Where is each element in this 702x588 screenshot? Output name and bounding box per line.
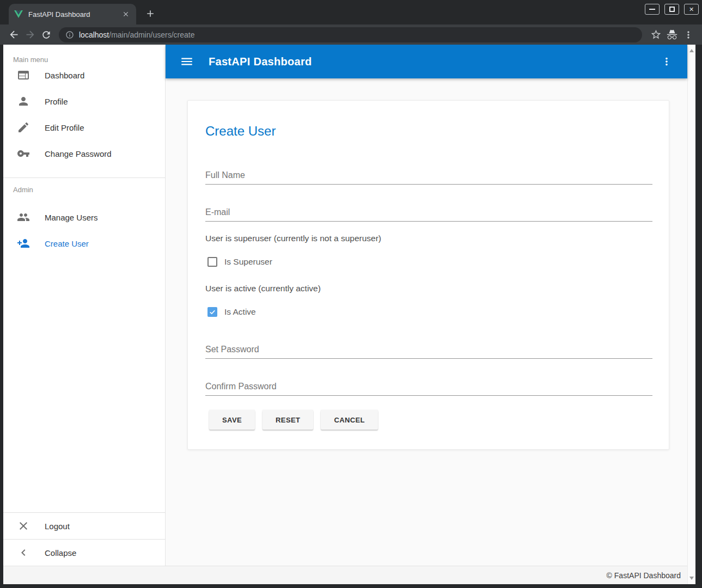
sidebar-item-change-password[interactable]: Change Password [3, 140, 165, 167]
close-icon [17, 519, 30, 532]
appbar-title: FastAPI Dashboard [209, 56, 312, 68]
sidebar-item-collapse[interactable]: Collapse [3, 540, 165, 566]
key-icon [17, 147, 30, 160]
sidebar-item-logout[interactable]: Logout [3, 513, 165, 539]
forward-icon[interactable] [22, 27, 38, 43]
appbar-kebab-icon[interactable] [659, 54, 674, 69]
window-controls: ✕ [645, 4, 699, 15]
reload-icon[interactable] [38, 27, 54, 43]
sidebar-item-create-user[interactable]: Create User [3, 230, 165, 256]
sidebar-item-label: Edit Profile [45, 123, 84, 132]
window-close-button[interactable]: ✕ [684, 4, 699, 15]
new-tab-button[interactable] [143, 6, 158, 21]
sidebar-item-manage-users[interactable]: Manage Users [3, 204, 165, 230]
checkbox-icon [207, 307, 217, 317]
active-note: User is active (currently active) [205, 284, 321, 293]
full-name-field[interactable] [205, 166, 652, 185]
sidebar-item-label: Profile [45, 97, 68, 106]
scroll-up-icon[interactable] [689, 49, 694, 52]
person-add-icon [17, 237, 30, 250]
chevron-left-icon [17, 546, 30, 559]
people-icon [17, 211, 30, 224]
is-superuser-checkbox[interactable]: Is Superuser [207, 257, 272, 267]
cancel-button[interactable]: CANCEL [321, 410, 378, 430]
site-info-icon[interactable] [65, 30, 74, 39]
browser-toolbar: localhost/main/admin/users/create [0, 24, 702, 45]
create-user-card: Create User User is superuser (currently… [187, 100, 669, 450]
sidebar-section-main-menu: Main menu [3, 45, 165, 62]
minimize-button[interactable] [645, 4, 660, 15]
pencil-icon [17, 121, 30, 134]
sidebar-item-label: Change Password [45, 149, 112, 158]
confirm-password-field[interactable] [205, 377, 652, 396]
sidebar-spacer [3, 256, 165, 512]
superuser-note: User is superuser (currently is not a su… [205, 234, 381, 243]
back-icon[interactable] [5, 27, 22, 43]
sidebar-item-label: Collapse [45, 548, 76, 558]
maximize-button[interactable] [664, 4, 679, 15]
checkbox-label: Is Active [224, 307, 256, 317]
checkbox-icon [207, 257, 217, 267]
url-host: localhost [79, 30, 109, 39]
copyright-text: © FastAPI Dashboard [607, 571, 681, 580]
page-footer: © FastAPI Dashboard [3, 566, 687, 584]
url-bar[interactable]: localhost/main/admin/users/create [59, 27, 642, 42]
browser-tab[interactable]: FastAPI Dashboard [9, 4, 136, 24]
person-icon [17, 95, 30, 108]
email-field[interactable] [205, 203, 652, 222]
scroll-down-icon[interactable] [689, 577, 694, 580]
sidebar: Main menu Dashboard Profile Edit Profile [3, 45, 166, 566]
page-scrollbar[interactable] [687, 45, 695, 584]
is-active-checkbox[interactable]: Is Active [207, 307, 256, 317]
sidebar-section-admin: Admin [3, 178, 165, 195]
sidebar-item-label: Logout [45, 522, 70, 531]
sidebar-item-edit-profile[interactable]: Edit Profile [3, 114, 165, 140]
browser-menu-kebab-icon[interactable] [680, 27, 697, 43]
page-viewport: Main menu Dashboard Profile Edit Profile [3, 45, 695, 584]
main-content: Create User User is superuser (currently… [166, 78, 687, 566]
tab-close-icon[interactable] [121, 9, 131, 19]
checkbox-label: Is Superuser [224, 257, 272, 267]
url-path: /main/admin/users/create [109, 30, 194, 39]
hamburger-menu-icon[interactable] [179, 54, 194, 69]
form-buttons: SAVE RESET CANCEL [209, 410, 378, 430]
tab-strip: FastAPI Dashboard ✕ [0, 0, 702, 24]
sidebar-item-dashboard[interactable]: Dashboard [3, 62, 165, 88]
dashboard-icon [17, 69, 30, 82]
set-password-field[interactable] [205, 340, 652, 359]
sidebar-item-label: Manage Users [45, 213, 98, 222]
vue-logo-icon [14, 10, 23, 18]
incognito-icon [664, 27, 680, 43]
bookmark-star-icon[interactable] [648, 27, 664, 43]
app-bar: FastAPI Dashboard [166, 45, 687, 78]
sidebar-item-label: Create User [45, 239, 89, 248]
save-button[interactable]: SAVE [209, 410, 255, 430]
sidebar-item-label: Dashboard [45, 71, 84, 80]
page-title: Create User [205, 124, 276, 139]
browser-window: FastAPI Dashboard ✕ localhost/ [0, 0, 702, 588]
reset-button[interactable]: RESET [263, 410, 313, 430]
tab-title: FastAPI Dashboard [28, 10, 121, 19]
sidebar-item-profile[interactable]: Profile [3, 88, 165, 114]
